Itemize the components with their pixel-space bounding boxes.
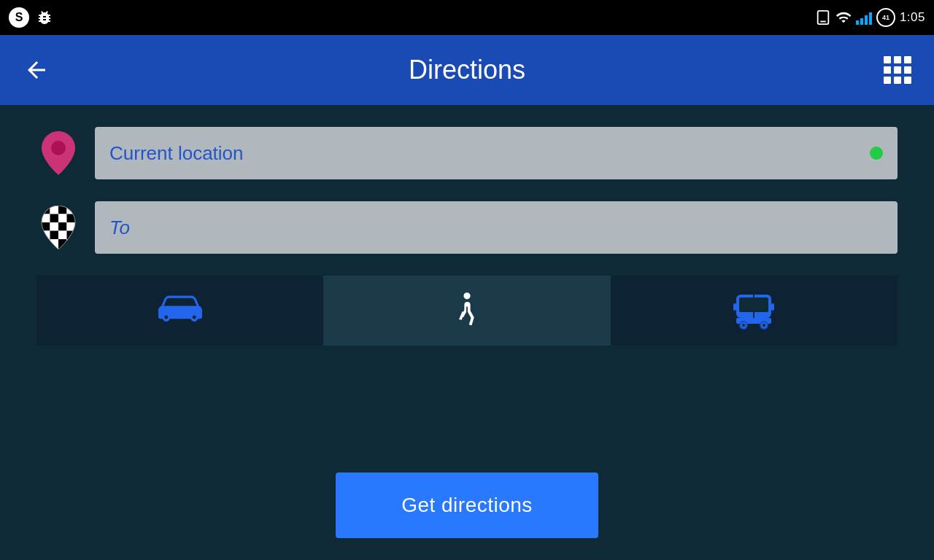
transit-mode-tab[interactable]: [611, 276, 898, 346]
time-display: 1:05: [900, 10, 925, 25]
car-icon: [158, 292, 202, 329]
to-pin-icon: [36, 206, 80, 249]
svg-rect-9: [58, 214, 67, 223]
svg-point-28: [742, 324, 745, 327]
walk-mode-tab[interactable]: [323, 276, 610, 346]
from-input-text: Current location: [109, 142, 870, 165]
svg-rect-8: [50, 214, 59, 223]
status-bar: S 41 1:05: [0, 0, 934, 35]
svg-rect-17: [58, 231, 67, 240]
get-directions-container: Get directions: [336, 472, 598, 538]
grid-menu-button[interactable]: [861, 35, 934, 105]
back-arrow-icon: [23, 57, 50, 83]
walk-icon: [451, 290, 483, 331]
to-row: To: [36, 201, 898, 254]
from-pin-icon: [36, 131, 80, 175]
signal-bars: [856, 10, 872, 25]
from-row: Current location: [36, 127, 898, 179]
car-mode-tab[interactable]: [36, 276, 323, 346]
get-directions-button[interactable]: Get directions: [336, 472, 598, 538]
tablet-icon: [815, 9, 831, 26]
page-title: Directions: [73, 55, 861, 85]
svg-point-23: [463, 292, 470, 299]
svg-rect-33: [771, 303, 774, 311]
svg-rect-19: [42, 239, 50, 249]
app-header: Directions: [0, 35, 934, 105]
back-button[interactable]: [0, 35, 73, 105]
s-logo-icon: S: [9, 7, 29, 28]
svg-point-30: [763, 324, 765, 327]
status-right-icons: 41 1:05: [815, 8, 925, 27]
wifi-icon: [835, 9, 852, 26]
transport-mode-tabs: [36, 276, 898, 346]
bus-icon: [733, 292, 774, 330]
svg-rect-22: [67, 239, 76, 249]
grid-icon: [884, 56, 911, 84]
status-left-icons: S: [9, 7, 54, 28]
to-input-field[interactable]: To: [95, 201, 898, 254]
to-input-text: To: [109, 217, 883, 239]
bug-icon: [35, 8, 54, 27]
gps-active-dot: [870, 147, 883, 160]
from-input-field[interactable]: Current location: [95, 127, 898, 179]
main-content: Current location: [0, 105, 934, 346]
battery-icon: 41: [876, 8, 895, 27]
svg-point-2: [51, 141, 66, 155]
svg-rect-32: [733, 303, 736, 311]
svg-rect-16: [50, 231, 59, 240]
svg-rect-3: [42, 206, 50, 214]
svg-rect-12: [50, 222, 59, 231]
svg-rect-6: [67, 206, 76, 214]
svg-rect-13: [58, 222, 67, 231]
